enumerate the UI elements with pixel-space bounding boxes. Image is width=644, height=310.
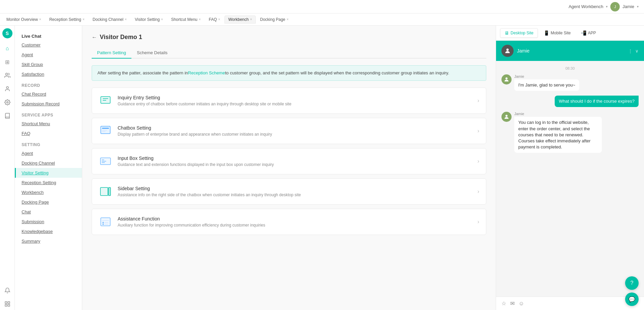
svg-point-24 (102, 223, 104, 225)
tab-docking-channel[interactable]: Docking Channel× (89, 15, 130, 24)
card-desc-chatbox: Display pattern of enterprise brand and … (118, 132, 478, 137)
tab-close-monitor-overview[interactable]: × (39, 18, 41, 21)
star-icon[interactable]: ☆ (501, 300, 506, 307)
float-help-button[interactable]: ? (625, 276, 639, 290)
user-dropdown-icon: ▾ (637, 5, 639, 8)
card-title-sidebar: Sidebar Setting (118, 186, 478, 191)
chat-message-1: What should I do if the course expires? (501, 96, 639, 107)
svg-rect-4 (8, 302, 9, 303)
back-button[interactable]: ← (92, 34, 97, 40)
tab-close-faq[interactable]: × (218, 18, 220, 21)
content-tab-pattern-setting[interactable]: Pattern Setting (92, 47, 131, 59)
tab-shortcut-menu[interactable]: Shortcut Menu× (167, 15, 205, 24)
svg-point-0 (5, 73, 7, 75)
card-chevron-chatbox: › (478, 128, 479, 134)
tab-close-shortcut-menu[interactable]: × (199, 18, 201, 21)
msg-sender-2: Jamie (514, 112, 602, 116)
nav-icon-person[interactable] (1, 83, 13, 95)
device-icon-app: 📲 (581, 30, 586, 36)
sidebar-item-skill-group[interactable]: Skill Group (15, 60, 82, 69)
device-tab-app[interactable]: 📲APP (576, 28, 600, 38)
tab-workbench[interactable]: Workbench× (224, 15, 255, 24)
card-chatbox[interactable]: Chatbox Setting Display pattern of enter… (92, 118, 486, 144)
sidebar-item-knowledgebase[interactable]: Knowledgebase (15, 227, 82, 236)
sidebar-item-submission[interactable]: Submission (15, 217, 82, 227)
device-tab-mobile[interactable]: 📱Mobile Site (539, 28, 575, 38)
nav-icon-users[interactable] (1, 69, 13, 81)
msg-content-0: Jamie I'm Jamie, glad to serve you~ (514, 74, 579, 91)
card-chevron-assistance: › (478, 219, 479, 225)
card-title-input-box: Input Box Setting (118, 156, 478, 161)
sidebar-item-submission-record[interactable]: Submission Record (15, 99, 82, 109)
card-input-box[interactable]: Input Box Setting Guidance text and exte… (92, 148, 486, 174)
reception-scheme-link[interactable]: Reception Scheme (188, 70, 225, 75)
tab-reception-setting[interactable]: Reception Setting× (45, 15, 88, 24)
more-icon[interactable]: ⋮ (628, 48, 633, 54)
card-inquiry-entry[interactable]: Inquiry Entry Setting Guidance entry of … (92, 88, 486, 114)
nav-icon-book[interactable] (1, 110, 13, 122)
info-banner: After setting the patter, associate the … (92, 65, 486, 81)
sidebar-item-visitor-setting[interactable]: Visitor Setting (15, 168, 82, 178)
sidebar-item-chat[interactable]: Chat (15, 207, 82, 217)
tab-docking-page[interactable]: Docking Page× (256, 15, 293, 24)
sidebar-item-faq[interactable]: FAQ (15, 129, 82, 138)
sidebar-item-docking-channel-setting[interactable]: Docking Channel (15, 158, 82, 168)
svg-point-1 (6, 87, 8, 89)
tab-monitor-overview[interactable]: Monitor Overview× (3, 15, 45, 24)
sidebar-item-agent-setting[interactable]: Agent (15, 148, 82, 158)
content-tab-scheme-details[interactable]: Scheme Details (131, 47, 173, 59)
content-area: ← Visitor Demo 1 Pattern SettingScheme D… (82, 26, 496, 310)
minimize-icon[interactable]: ∨ (635, 48, 639, 54)
sidebar-item-shortcut-menu[interactable]: Shortcut Menu (15, 119, 82, 129)
sidebar-item-reception-setting[interactable]: Reception Setting (15, 178, 82, 187)
device-label-mobile: Mobile Site (551, 31, 571, 35)
sidebar-item-agent[interactable]: Agent (15, 50, 82, 60)
msg-avatar-0 (501, 74, 512, 84)
sidebar-item-satisfaction[interactable]: Satisfaction (15, 69, 82, 79)
svg-rect-10 (101, 126, 110, 134)
topbar: Agent Workbench ▾ J Jamie ▾ (0, 0, 644, 13)
sidebar-item-customer[interactable]: Customer (15, 40, 82, 50)
device-icon-desktop: 🖥 (504, 30, 509, 36)
nav-icon-grid[interactable]: ⊞ (1, 56, 13, 68)
emoji-icon[interactable]: ☺ (519, 301, 524, 307)
sidebar-item-docking-page[interactable]: Docking Page (15, 197, 82, 207)
nav-icon-grid2[interactable] (1, 298, 13, 310)
tab-label: Workbench (228, 17, 248, 22)
svg-rect-3 (5, 302, 7, 303)
chat-message-2: Jamie You can log in to the official web… (501, 112, 639, 153)
tab-close-docking-channel[interactable]: × (125, 18, 127, 21)
dropdown-icon: ▾ (606, 5, 608, 8)
mail-icon[interactable]: ✉ (510, 300, 515, 307)
svg-point-22 (102, 222, 104, 223)
tab-close-reception-setting[interactable]: × (83, 18, 85, 21)
msg-sender-0: Jamie (514, 74, 579, 78)
tab-label: Reception Setting (49, 17, 81, 22)
card-sidebar[interactable]: Sidebar Setting Assistance info on the r… (92, 178, 486, 205)
tab-label: Monitor Overview (6, 17, 38, 22)
chat-timestamp: 08:30 (501, 66, 639, 70)
tab-close-workbench[interactable]: × (250, 18, 252, 21)
nav-icon-bell[interactable] (1, 284, 13, 297)
user-name[interactable]: Jamie (622, 4, 634, 9)
tab-close-docking-page[interactable]: × (286, 18, 288, 21)
tab-visitor-setting[interactable]: Visitor Setting× (131, 15, 167, 24)
device-tab-desktop[interactable]: 🖥Desktop Site (500, 28, 538, 38)
preview-device-tabs: 🖥Desktop Site📱Mobile Site📲APP (496, 26, 644, 41)
device-icon-mobile: 📱 (544, 30, 549, 36)
nav-icon-settings[interactable] (1, 96, 13, 108)
card-assistance[interactable]: Assistance Function Auxiliary function f… (92, 209, 486, 235)
nav-icon-home[interactable]: ⌂ (1, 42, 13, 55)
device-label-app: APP (588, 31, 596, 35)
sidebar-item-workbench[interactable]: Workbench (15, 187, 82, 197)
card-icon-assistance (99, 215, 112, 229)
agent-workbench-label[interactable]: Agent Workbench (569, 4, 603, 9)
svg-rect-7 (101, 97, 110, 103)
sidebar-item-summary[interactable]: Summary (15, 236, 82, 246)
tab-close-visitor-setting[interactable]: × (161, 18, 163, 21)
sidebar-item-chat-record[interactable]: Chat Record (15, 89, 82, 99)
float-chat-button[interactable]: 💬 (625, 292, 639, 306)
svg-rect-5 (8, 305, 9, 306)
tab-faq[interactable]: FAQ× (205, 15, 224, 24)
user-avatar: J (610, 2, 620, 11)
